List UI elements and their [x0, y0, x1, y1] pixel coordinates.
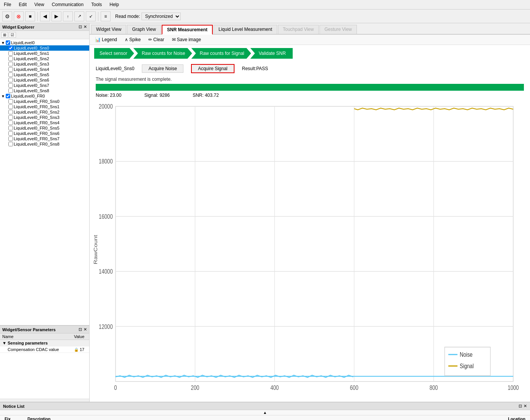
tab-gesture-view[interactable]: Gesture View	[320, 25, 357, 34]
menu-edit[interactable]: Edit	[17, 1, 28, 8]
tree-fr0-sns0[interactable]: LiquidLevel0_FR0_Sns0	[0, 99, 89, 104]
acquire-signal-btn[interactable]: Acquire Signal	[191, 64, 234, 73]
tree-fr0-sns5[interactable]: LiquidLevel0_FR0_Sns5	[0, 125, 89, 131]
tree-item-sns6[interactable]: LiquidLevel0_Sns6	[0, 77, 89, 83]
tab-liquid-level[interactable]: Liquid Level Measurement	[214, 25, 277, 34]
widget-explorer-header: Widget Explorer ⊡ ✕	[0, 23, 89, 31]
sns1-checkbox[interactable]	[8, 51, 13, 56]
tree-item-sns5[interactable]: LiquidLevel0_Sns5	[0, 72, 89, 77]
read-mode-select[interactable]: Synchronized	[141, 13, 181, 20]
sns4-label: LiquidLevel0_Sns4	[14, 67, 49, 72]
root-checkbox[interactable]	[6, 40, 10, 45]
toolbar: ⚙ ⊗ ■ ◀ ▶ ↑ ↗ ↙ ≡ Read mode: Synchronize…	[0, 10, 530, 23]
sns7-checkbox[interactable]	[8, 83, 13, 88]
fr0-sns5-label: LiquidLevel0_FR0_Sns5	[14, 126, 59, 130]
tree-item-sns1[interactable]: LiquidLevel0_Sns1	[0, 51, 89, 56]
result-value: PASS	[256, 66, 268, 71]
notice-header: Notice List ⊡ ✕	[0, 402, 530, 410]
refresh-btn[interactable]: ⚙	[2, 11, 12, 21]
widget-explorer-float-icon[interactable]: ⊡	[79, 24, 82, 29]
menu-communication[interactable]: Communication	[50, 1, 85, 8]
tree-item-sns7[interactable]: LiquidLevel0_Sns7	[0, 83, 89, 88]
sns7-label: LiquidLevel0_Sns7	[14, 83, 49, 88]
sns0-checkbox[interactable]	[8, 46, 13, 50]
save-image-btn[interactable]: ✉ Save image	[170, 36, 203, 43]
tree-item-sns3[interactable]: LiquidLevel0_Sns3	[0, 61, 89, 67]
up-btn[interactable]: ↑	[63, 11, 73, 21]
tab-graph-view[interactable]: Graph View	[127, 25, 161, 34]
params-scrollbar[interactable]	[0, 399, 89, 402]
fr0-sns0-label: LiquidLevel0_FR0_Sns0	[14, 99, 59, 104]
params-float-icon[interactable]: ⊡	[79, 327, 82, 332]
notice-close-icon[interactable]: ✕	[524, 404, 527, 409]
list-btn[interactable]: ≡	[101, 11, 111, 21]
sns2-checkbox[interactable]	[8, 56, 13, 61]
tree-item-sns4[interactable]: LiquidLevel0_Sns4	[0, 67, 89, 72]
menu-view[interactable]: View	[33, 1, 46, 8]
legend-label: Legend	[102, 37, 117, 42]
main-layout: Widget Explorer ⊡ ✕ ⊞ ☑ ▼ LiquidLevel0 L…	[0, 23, 530, 402]
menu-file[interactable]: File	[2, 1, 13, 8]
params-group-row: ▼ Sensing parameters	[0, 340, 89, 346]
spike-btn[interactable]: ∧ Spike	[122, 36, 143, 43]
tree-fr0-sns7[interactable]: LiquidLevel0_FR0_Sns7	[0, 136, 89, 141]
notice-float-icon[interactable]: ⊡	[519, 404, 522, 409]
forward-btn[interactable]: ▶	[51, 11, 61, 21]
tree-item-sns2[interactable]: LiquidLevel0_Sns2	[0, 56, 89, 61]
widget-explorer-close-icon[interactable]: ✕	[84, 24, 87, 29]
notice-collapse-bar[interactable]: ▲	[0, 410, 530, 415]
tree-fr0-sns8[interactable]: LiquidLevel0_FR0_Sns8	[0, 141, 89, 147]
tree-root-item[interactable]: ▼ LiquidLevel0	[0, 40, 89, 45]
snr-label: SNR:	[193, 93, 204, 98]
sns4-checkbox[interactable]	[8, 67, 13, 72]
fr0-sns7-checkbox[interactable]	[8, 136, 13, 141]
svg-text:Signal: Signal	[460, 362, 474, 370]
sns8-checkbox[interactable]	[8, 88, 13, 93]
fr0-sns0-checkbox[interactable]	[8, 99, 13, 104]
tree-fr0-sns2[interactable]: LiquidLevel0_FR0_Sns2	[0, 109, 89, 115]
tree-fr0-sns4[interactable]: LiquidLevel0_FR0_Sns4	[0, 120, 89, 125]
menu-tools[interactable]: Tools	[90, 1, 103, 8]
back-btn[interactable]: ◀	[40, 11, 50, 21]
tree-item-sns8[interactable]: LiquidLevel0_Sns8	[0, 88, 89, 93]
import-btn[interactable]: ↙	[86, 11, 96, 21]
fr0-sns1-checkbox[interactable]	[8, 104, 13, 109]
fr0-sns8-label: LiquidLevel0_FR0_Sns8	[14, 142, 59, 146]
tree-fr0-item[interactable]: ▼ LiquidLevel0_FR0	[0, 93, 89, 99]
sns5-checkbox[interactable]	[8, 72, 13, 77]
fr0-sns8-checkbox[interactable]	[8, 142, 13, 146]
tree-fr0-sns3[interactable]: LiquidLevel0_FR0_Sns3	[0, 115, 89, 120]
tab-touchpad-view[interactable]: Touchpad View	[278, 25, 319, 34]
square-btn[interactable]: ■	[25, 11, 35, 21]
acquire-noise-btn[interactable]: Acquire Noise	[142, 64, 183, 73]
tab-snr-measurement[interactable]: SNR Measurement	[162, 25, 213, 35]
fr0-sns6-checkbox[interactable]	[8, 131, 13, 136]
tree-fr0-sns6[interactable]: LiquidLevel0_FR0_Sns6	[0, 131, 89, 136]
read-mode-label: Read mode:	[115, 14, 140, 19]
fr0-sns2-checkbox[interactable]	[8, 110, 13, 114]
tree-item-sns0[interactable]: LiquidLevel0_Sns0	[0, 45, 89, 51]
legend-btn[interactable]: 📊 Legend	[93, 36, 119, 43]
fr0-sns3-checkbox[interactable]	[8, 115, 13, 120]
svg-text:14000: 14000	[99, 268, 113, 275]
sns2-label: LiquidLevel0_Sns2	[14, 56, 49, 61]
snr-measurement: SNR: 403.72	[193, 93, 219, 98]
clear-btn[interactable]: ✏ Clear	[146, 36, 167, 43]
sns3-checkbox[interactable]	[8, 62, 13, 66]
sns6-checkbox[interactable]	[8, 78, 13, 82]
fr0-checkbox[interactable]	[6, 94, 10, 98]
tree-fr0-sns1[interactable]: LiquidLevel0_FR0_Sns1	[0, 104, 89, 109]
notice-title: Notice List	[3, 404, 24, 409]
stop-btn[interactable]: ⊗	[14, 11, 24, 21]
export-btn[interactable]: ↗	[74, 11, 84, 21]
svg-text:1000: 1000	[508, 384, 519, 391]
menu-help[interactable]: Help	[108, 1, 120, 8]
tree-btn2[interactable]: ☑	[9, 32, 16, 38]
fr0-sns5-checkbox[interactable]	[8, 126, 13, 130]
tree-btn1[interactable]: ⊞	[1, 32, 8, 38]
fr0-sns4-checkbox[interactable]	[8, 120, 13, 125]
notice-col-description: Description	[26, 416, 481, 420]
right-content: Widget View Graph View SNR Measurement L…	[90, 23, 530, 402]
tab-widget-view[interactable]: Widget View	[91, 25, 126, 34]
params-close-icon[interactable]: ✕	[84, 327, 87, 332]
